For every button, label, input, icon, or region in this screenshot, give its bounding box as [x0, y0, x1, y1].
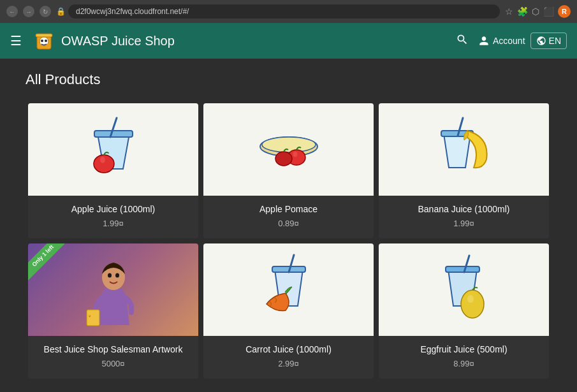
product-image-carrot-juice — [203, 243, 374, 336]
account-button[interactable]: Account — [478, 34, 525, 47]
product-name: Eggfruit Juice (500ml) — [389, 344, 539, 355]
product-price: 1.99¤ — [389, 219, 539, 228]
product-image-eggfruit-juice — [379, 243, 549, 336]
product-grid: Apple Juice (1000ml) 1.99¤ — [26, 101, 551, 381]
product-card-artwork[interactable]: Only 1 left — [28, 243, 198, 379]
browser-chrome: ← → ↻ 🔒 ☆ 🧩 ⬡ ⬛ R — [0, 0, 577, 23]
app-logo — [32, 29, 56, 53]
user-avatar[interactable]: R — [558, 5, 571, 18]
screenshot-icon[interactable]: ⬡ — [532, 6, 539, 17]
logo-area: OWASP Juice Shop — [32, 29, 452, 53]
account-label: Account — [493, 36, 525, 46]
app-title: OWASP Juice Shop — [61, 34, 175, 48]
svg-point-18 — [115, 273, 119, 277]
page-title: All Products — [26, 71, 551, 88]
browser-toolbar: ☆ 🧩 ⬡ ⬛ R — [505, 5, 571, 18]
search-button[interactable] — [452, 29, 472, 53]
lock-icon: 🔒 — [56, 7, 66, 16]
product-name: Carrot Juice (1000ml) — [214, 344, 363, 355]
product-image-artwork: Only 1 left — [28, 243, 198, 336]
forward-button[interactable]: → — [23, 6, 34, 17]
product-card-carrot-juice[interactable]: Carrot Juice (1000ml) 2.99¤ — [203, 243, 374, 379]
svg-rect-1 — [36, 34, 52, 37]
svg-point-12 — [293, 152, 297, 157]
product-image-apple-pomace — [203, 103, 374, 196]
product-card-banana-juice[interactable]: Banana Juice (1000ml) 1.99¤ — [379, 103, 549, 238]
svg-point-4 — [45, 40, 47, 42]
product-info-carrot-juice: Carrot Juice (1000ml) 2.99¤ — [203, 336, 374, 379]
svg-point-3 — [41, 40, 43, 42]
product-price: 1.99¤ — [38, 219, 188, 228]
product-info-eggfruit-juice: Eggfruit Juice (500ml) 8.99¤ — [379, 336, 549, 379]
svg-point-26 — [467, 295, 474, 303]
puzzle-icon[interactable]: ⬛ — [543, 6, 554, 17]
menu-button[interactable]: ☰ — [10, 33, 22, 48]
refresh-button[interactable]: ↻ — [40, 6, 51, 17]
product-price: 0.89¤ — [214, 219, 363, 228]
svg-point-13 — [275, 152, 292, 166]
product-price: 2.99¤ — [214, 359, 363, 368]
product-info-banana-juice: Banana Juice (1000ml) 1.99¤ — [379, 196, 549, 238]
product-name: Apple Juice (1000ml) — [38, 203, 188, 215]
extension-icon[interactable]: 🧩 — [517, 6, 528, 17]
product-image-apple-juice — [28, 103, 198, 196]
svg-point-10 — [262, 137, 316, 152]
svg-rect-23 — [446, 266, 479, 272]
product-name: Banana Juice (1000ml) — [389, 203, 539, 215]
product-price: 5000¤ — [38, 359, 188, 368]
url-bar[interactable] — [68, 4, 500, 18]
bookmark-icon[interactable]: ☆ — [505, 6, 513, 17]
header-right: Account EN — [452, 29, 567, 53]
svg-point-25 — [461, 290, 484, 318]
svg-point-17 — [108, 273, 112, 277]
product-card-apple-pomace[interactable]: Apple Pomace 0.89¤ — [203, 103, 374, 238]
language-label: EN — [549, 36, 561, 46]
product-name: Best Juice Shop Salesman Artwork — [38, 344, 188, 355]
product-name: Apple Pomace — [214, 203, 363, 215]
ribbon-label: Only 1 left — [28, 243, 68, 280]
app-header: ☰ OWASP Juice Shop Account EN — [0, 23, 577, 59]
svg-rect-5 — [94, 131, 133, 137]
product-image-banana-juice — [379, 103, 549, 196]
product-info-apple-pomace: Apple Pomace 0.89¤ — [203, 196, 374, 238]
language-button[interactable]: EN — [530, 33, 567, 49]
back-button[interactable]: ← — [6, 6, 18, 17]
svg-point-8 — [100, 157, 105, 163]
product-price: 8.99¤ — [389, 359, 539, 368]
product-info-artwork: Best Juice Shop Salesman Artwork 5000¤ — [28, 336, 198, 379]
product-info-apple-juice: Apple Juice (1000ml) 1.99¤ — [28, 196, 198, 238]
product-card-apple-juice[interactable]: Apple Juice (1000ml) 1.99¤ — [28, 103, 198, 238]
product-card-eggfruit-juice[interactable]: Eggfruit Juice (500ml) 8.99¤ — [379, 243, 549, 379]
main-content: All Products Apple Juice (1000ml) — [0, 59, 577, 392]
